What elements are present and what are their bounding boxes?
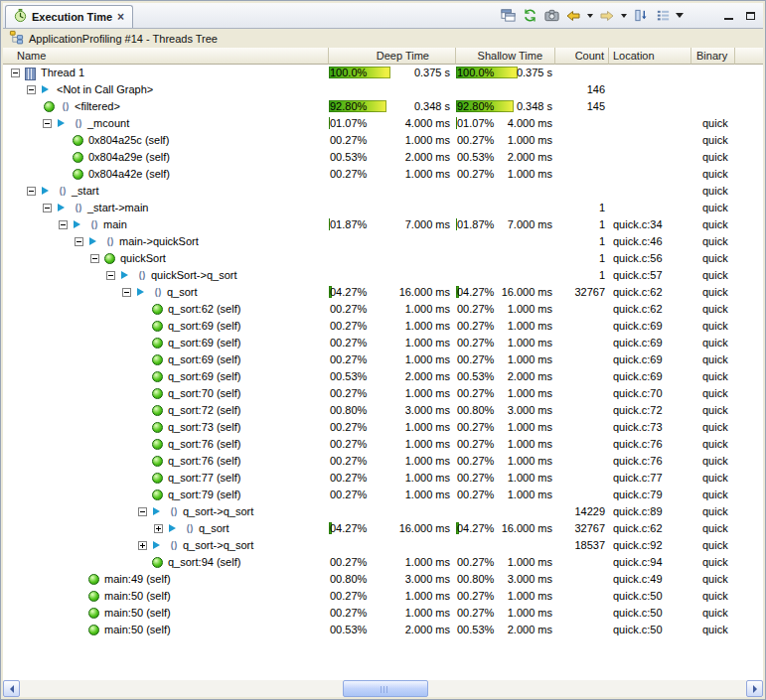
expand-toggle-icon[interactable] [154,524,163,533]
view-menu-button[interactable] [675,6,685,26]
column-header-shallow[interactable]: Shallow Time [456,48,555,65]
tree-row[interactable]: _mcount01.07%4.000 ms01.07%4.000 msquick [3,115,763,132]
tree-row[interactable]: q_sort:76 (self)00.27%1.000 ms00.27%1.00… [3,436,763,453]
tree-row[interactable]: q_sort:72 (self)00.80%3.000 ms00.80%3.00… [3,402,763,419]
count-cell [555,385,609,402]
expand-toggle-icon[interactable] [138,541,147,550]
tree-row[interactable]: 0x804a42e (self)00.27%1.000 ms00.27%1.00… [3,166,763,183]
row-filler [735,318,763,335]
tree-row[interactable]: 0x804a29e (self)00.53%2.000 ms00.53%2.00… [3,149,763,166]
forward-button[interactable] [597,6,617,26]
time-value: 1.000 ms [508,487,552,503]
location-cell: quick.c:50 [609,605,691,622]
tree-row[interactable]: q_sort:94 (self)00.27%1.000 ms00.27%1.00… [3,554,763,571]
tree-row[interactable]: q_sort:69 (self)00.53%2.000 ms00.53%2.00… [3,368,763,385]
tree-row[interactable]: q_sort:62 (self)00.27%1.000 ms00.27%1.00… [3,301,763,318]
time-value: 1.000 ms [405,588,450,605]
binary-cell: quick [691,166,735,183]
count-cell: 1 [555,250,609,267]
function-icon [71,115,85,132]
back-button[interactable] [563,6,583,26]
time-value: 16.000 ms [502,284,552,301]
binary-cell: quick [691,267,735,284]
tree-row[interactable]: q_sort:73 (self)00.27%1.000 ms00.27%1.00… [3,419,763,436]
percent-value: 00.27% [330,554,367,571]
tree-row[interactable]: q_sort:69 (self)00.27%1.000 ms00.27%1.00… [3,351,763,368]
tree-row[interactable]: _startquick [3,183,763,200]
time-value: 7.000 ms [508,216,552,233]
back-menu-button[interactable] [585,6,595,26]
tree-row[interactable]: q_sort:76 (self)00.27%1.000 ms00.27%1.00… [3,453,763,470]
collapse-toggle-icon[interactable] [27,85,36,94]
tree-row[interactable]: <Not in Call Graph>146 [3,81,763,98]
collapse-toggle-icon[interactable] [75,237,83,246]
list-icon [656,8,671,23]
collapse-toggle-icon[interactable] [138,507,147,516]
tree-row[interactable]: q_sort->q_sort18537quick.c:92quick [3,537,763,554]
tree-row[interactable]: main:49 (self)00.80%3.000 ms00.80%3.000 … [3,571,763,588]
refresh-button[interactable] [520,6,539,26]
column-header-count[interactable]: Count [555,48,609,65]
tree-row[interactable]: <filtered>92.80%0.348 s92.80%0.348 s145 [3,98,763,115]
scrollbar-track[interactable] [20,680,746,697]
row-filler [735,605,763,622]
tree-row[interactable]: q_sort04.27%16.000 ms04.27%16.000 ms3276… [3,520,763,537]
forward-menu-button[interactable] [619,6,629,26]
tree-row[interactable]: quickSort1quick.c:56quick [3,250,763,267]
tree-row[interactable]: main01.87%7.000 ms01.87%7.000 ms1quick.c… [3,216,763,233]
tree-row[interactable]: q_sort:69 (self)00.27%1.000 ms00.27%1.00… [3,318,763,335]
collapse-toggle-icon[interactable] [90,254,99,263]
column-header-binary[interactable]: Binary [691,48,735,65]
tree-row[interactable]: q_sort:77 (self)00.27%1.000 ms00.27%1.00… [3,470,763,487]
tree-row[interactable]: main->quickSort1quick.c:46quick [3,233,763,250]
count-cell [555,301,609,318]
scroll-left-button[interactable] [3,680,20,697]
tree-row[interactable]: q_sort->q_sort14229quick.c:89quick [3,503,763,520]
panes-button[interactable] [498,6,518,26]
name-cell: <Not in Call Graph> [3,81,329,98]
scrollbar-thumb[interactable] [343,680,428,697]
time-value: 1.000 ms [405,166,450,183]
tree-row[interactable]: main:50 (self)00.27%1.000 ms00.27%1.000 … [3,588,763,605]
maximize-button[interactable] [740,6,760,26]
close-icon[interactable]: × [116,12,125,22]
tree-row[interactable]: q_sort:79 (self)00.27%1.000 ms00.27%1.00… [3,487,763,503]
tree-row[interactable]: q_sort04.27%16.000 ms04.27%16.000 ms3276… [3,284,763,301]
collapse-toggle-icon[interactable] [43,119,52,128]
collapse-toggle-icon[interactable] [11,69,20,77]
column-header-name[interactable]: Name [3,48,329,65]
tree-row[interactable]: _start->main1quick [3,200,763,216]
percent-value: 00.80% [330,571,367,588]
deep-time-cell [329,200,456,216]
tree-row[interactable]: main:50 (self)00.27%1.000 ms00.27%1.000 … [3,605,763,622]
collapse-toggle-icon[interactable] [27,187,36,196]
percent-value: 92.80% [330,98,367,115]
tree-row[interactable]: q_sort:69 (self)00.27%1.000 ms00.27%1.00… [3,335,763,351]
minimize-button[interactable] [718,6,738,26]
time-value: 3.000 ms [405,402,450,419]
collapse-toggle-icon[interactable] [106,271,115,280]
snapshot-button[interactable] [541,6,561,26]
location-cell: quick.c:50 [609,622,691,638]
row-label: main [103,218,127,230]
collapse-toggle-icon[interactable] [43,204,52,212]
deep-time-cell [329,250,456,267]
horizontal-scrollbar[interactable] [3,680,763,697]
tree-row[interactable]: q_sort:70 (self)00.27%1.000 ms00.27%1.00… [3,385,763,402]
self-sample-icon [87,571,102,588]
tree-row[interactable]: main:50 (self)00.53%2.000 ms00.53%2.000 … [3,622,763,638]
collapse-toggle-icon[interactable] [59,220,68,229]
tree-row[interactable]: Thread 1100.0%0.375 s100.0%0.375 s [3,65,763,81]
column-header-deep[interactable]: Deep Time [329,48,456,65]
table-header: NameDeep TimeShallow TimeCountLocationBi… [3,48,763,65]
tab-execution-time[interactable]: Execution Time × [5,5,133,28]
column-header-location[interactable]: Location [609,48,691,65]
row-filler [735,487,763,503]
tree-row[interactable]: quickSort->q_sort1quick.c:57quick [3,267,763,284]
tree-row[interactable]: 0x804a25c (self)00.27%1.000 ms00.27%1.00… [3,132,763,149]
collapse-toggle-icon[interactable] [122,288,131,297]
layout-button[interactable] [653,6,673,26]
sort-button[interactable] [631,6,651,26]
binary-cell: quick [691,520,735,537]
scroll-right-button[interactable] [746,680,763,697]
